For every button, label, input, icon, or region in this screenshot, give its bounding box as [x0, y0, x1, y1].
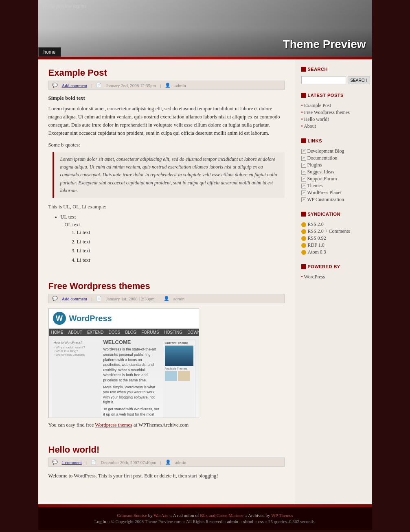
post-author-1: admin — [175, 83, 186, 88]
user-icon-1: 👤 — [165, 83, 171, 88]
post-meta-wp: 💬 Add comment | 📄 January 1st, 2008 12:3… — [48, 294, 285, 303]
external-link-icon: ↗ — [301, 163, 306, 168]
rss-icon — [301, 229, 306, 234]
post-title-example: Example Post — [48, 68, 285, 78]
widget-title-latest: LATEST POSTS — [301, 92, 366, 99]
list-item: ↗ Themes — [301, 182, 366, 189]
link-dev-blog[interactable]: Development Blog — [307, 148, 344, 154]
list-item: Example Post — [301, 102, 366, 109]
list-item: RDF 1.0 — [301, 242, 366, 249]
list-item: Li text — [77, 237, 285, 247]
add-comment-link-1[interactable]: Add comment — [62, 83, 88, 88]
footer-queries: :: 25 queries..0.362 seconds. — [265, 519, 316, 524]
footer-sep1: :: — [239, 519, 243, 524]
atom-03-link[interactable]: Atom 0.3 — [308, 249, 326, 255]
list-item: RSS 0.92 — [301, 235, 366, 242]
footer-blix-link[interactable]: Blix and Green Marinee — [200, 513, 243, 518]
link-themes[interactable]: Themes — [307, 183, 323, 189]
list-item: Li text — [77, 256, 285, 265]
search-widget-icon — [301, 67, 306, 72]
post-body-hello: Welcome to WordPress. This is your first… — [48, 472, 285, 480]
footer-text-2: :: A red union of — [169, 513, 200, 518]
rss-20-link[interactable]: RSS 2.0 — [308, 221, 324, 228]
meta-sep-5: | — [86, 460, 87, 465]
footer-login-link[interactable]: Log in — [94, 519, 106, 524]
footer-xhtml-link[interactable]: xhtml — [243, 519, 254, 524]
post-author-3: admin — [175, 460, 186, 465]
external-link-icon: ↗ — [301, 177, 306, 182]
list-label: This is UL, OL, Li example: — [48, 204, 285, 210]
doc-icon-3: 📄 — [91, 460, 96, 465]
meta-sep-6: | — [160, 460, 161, 465]
user-icon-2: 👤 — [164, 296, 169, 301]
list-item: WordPress — [301, 274, 366, 280]
footer-text-1: by — [148, 513, 154, 518]
latest-post-link[interactable]: Example Post — [304, 103, 331, 108]
meta-sep-2: | — [160, 83, 161, 88]
widget-title-links: LINKS — [301, 137, 366, 144]
external-link-icon: ↗ — [301, 149, 306, 154]
list-item: Hello world! — [301, 116, 366, 123]
wp-nav-download: DOWNLOAD — [185, 329, 199, 336]
list-item: ↗ Documentation — [301, 155, 366, 162]
list-item: ↗ Development Blog — [301, 148, 366, 155]
rdf-10-link[interactable]: RDF 1.0 — [308, 242, 324, 248]
latest-post-link[interactable]: Hello world! — [304, 116, 329, 122]
footer-crimson-sunrise-link[interactable]: Crimson Sunrise — [117, 513, 147, 518]
site-footer: Crimson Sunrise by WarAxe :: A red union… — [38, 507, 372, 530]
comment-icon-2: 💬 — [52, 296, 58, 301]
link-wp-customization[interactable]: WP Customization — [307, 197, 344, 203]
list-item: ↗ Support Forum — [301, 175, 366, 182]
footer-sep2: :: — [254, 519, 258, 524]
post-blockquote: Lorem ipsum dolor sit amet, consectetur … — [53, 152, 285, 198]
syndication-list: RSS 2.0 RSS 2.0 + Comments RSS 0.92 RDF … — [301, 221, 366, 256]
link-support-forum[interactable]: Support Forum — [307, 176, 337, 182]
footer-waraxe-link[interactable]: WarAxe — [153, 513, 168, 518]
syndication-icon — [301, 212, 306, 217]
find-text-after: at WPThemesArchive.com — [134, 422, 189, 428]
footer-wp-themes-link[interactable]: WP Themes — [271, 513, 293, 518]
find-text-before: You can easy find free — [48, 422, 94, 428]
search-button[interactable]: SEARCH — [348, 77, 371, 84]
list-item: RSS 2.0 — [301, 221, 366, 228]
external-link-icon: ↗ — [301, 197, 306, 202]
list-item: ↗ Plugins — [301, 162, 366, 169]
link-documentation[interactable]: Documentation — [307, 155, 338, 161]
rss-icon — [301, 236, 306, 241]
powered-by-list: WordPress — [301, 274, 366, 280]
wordpress-themes-link[interactable]: Wordpress themes — [95, 422, 132, 428]
footer-css-link[interactable]: css — [258, 519, 263, 524]
latest-post-link[interactable]: About — [304, 123, 316, 129]
widget-search: SEARCH SEARCH — [301, 66, 366, 84]
link-suggest-ideas[interactable]: Suggest Ideas — [307, 169, 334, 175]
external-link-icon: ↗ — [301, 184, 306, 188]
meta-sep-4: | — [159, 296, 160, 301]
rss-092-link[interactable]: RSS 0.92 — [308, 235, 326, 241]
comments-link-3[interactable]: 1 comment — [62, 460, 82, 465]
rss-20-comments-link[interactable]: RSS 2.0 + Comments — [308, 228, 350, 234]
meta-sep-3: | — [91, 296, 92, 301]
wp-nav-extend: EXTEND — [85, 329, 106, 336]
widget-syndication: SYNDICATION RSS 2.0 RSS 2.0 + Comments R… — [301, 210, 366, 256]
rss-icon — [301, 250, 306, 255]
ul-item: UL text — [61, 212, 285, 222]
link-plugins[interactable]: Plugins — [307, 162, 322, 168]
doc-icon-2: 📄 — [96, 296, 102, 301]
site-header: Theme preview tagline Theme Preview home — [38, 0, 372, 57]
wordpress-link[interactable]: WordPress — [304, 274, 325, 280]
wp-left-sidebar: How to WordPress? ◦ Why should I use it?… — [52, 339, 101, 418]
add-comment-link-2[interactable]: Add comment — [62, 296, 88, 301]
site-tagline: Theme preview tagline — [42, 3, 87, 9]
nav-home[interactable]: home — [38, 47, 61, 57]
wp-logo-text: WordPress — [69, 314, 112, 323]
latest-post-link[interactable]: Free Wordpress themes — [304, 109, 350, 115]
footer-line1: Crimson Sunrise by WarAxe :: A red union… — [46, 513, 364, 518]
wp-nav-blog: BLOG — [123, 329, 139, 336]
wp-logo-circle: W — [53, 312, 66, 325]
search-input[interactable] — [301, 76, 346, 84]
footer-admin-link[interactable]: admin — [227, 519, 239, 524]
link-wp-planet[interactable]: WordPress Planet — [307, 190, 342, 196]
widget-latest-posts: LATEST POSTS Example Post Free Wordpress… — [301, 92, 366, 130]
sidebar: SEARCH SEARCH LATEST POSTS Example Post … — [295, 59, 372, 504]
external-link-icon: ↗ — [301, 156, 306, 161]
